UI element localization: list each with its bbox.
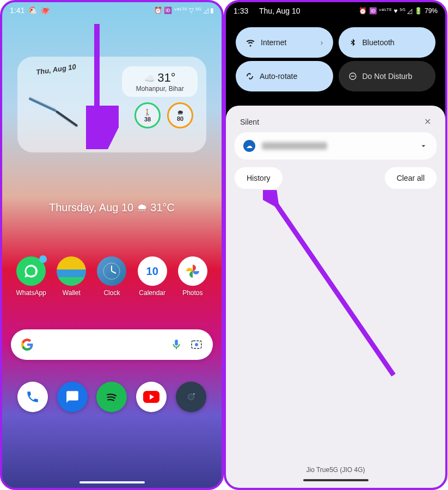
svg-line-14 <box>274 201 394 375</box>
weather-info[interactable]: ☁️ 31° Mohanpur, Bihar <box>122 66 198 97</box>
dock-youtube[interactable] <box>136 382 167 412</box>
app-label: Photos <box>182 289 202 297</box>
mic-icon[interactable] <box>170 339 182 351</box>
notification-shade: 1:33 Thu, Aug 10 ⏰ 🆔 ᵛᵒᴸᵀᴱ ♥ ⁵ᴳ ◿ 🔋79% I… <box>224 0 447 490</box>
dock <box>2 382 222 412</box>
cloud-app-icon: ☁ <box>243 140 255 152</box>
app-calendar[interactable]: 10 Calendar <box>133 256 171 297</box>
rain-icon: 🌧 <box>177 109 183 115</box>
home-screen: 1:41 🐔 🐙 ⏰ 🆔 ᵛᵒᴸᵀᴱ ▽ ⁵ᴳ ◿ ▮ Thu, Aug 10 … <box>0 0 224 490</box>
nav-handle[interactable] <box>303 479 369 481</box>
svg-point-11 <box>193 394 194 395</box>
status-time: 1:41 <box>10 6 24 15</box>
google-logo-icon <box>21 338 34 351</box>
lens-icon[interactable] <box>190 338 203 351</box>
notification-text-blurred <box>262 142 327 150</box>
app-whatsapp[interactable]: WhatsApp <box>12 256 50 297</box>
qs-label: Bluetooth <box>363 38 395 47</box>
clear-all-button[interactable]: Clear all <box>385 167 437 189</box>
cloud-icon: ☁️ <box>144 74 155 83</box>
section-heading: Silent <box>240 118 259 126</box>
annotation-arrow-diagonal <box>263 190 404 386</box>
chevron-right-icon: › <box>321 38 323 47</box>
qs-label: Internet <box>261 38 286 47</box>
calendar-day: 10 <box>146 265 158 278</box>
weather-value: 80 <box>177 115 183 122</box>
google-search-bar[interactable] <box>11 329 213 360</box>
qs-internet[interactable]: Internet › <box>236 27 333 58</box>
widget-date: Thu, Aug 10 <box>35 63 76 76</box>
app-wallet[interactable]: Wallet <box>52 256 90 297</box>
weather-stat[interactable]: 🌧 80 <box>167 102 193 128</box>
battery-pct: 79% <box>425 7 438 15</box>
whatsapp-icon <box>16 256 46 286</box>
notif-icon: 🐙 <box>40 6 50 15</box>
analog-clock <box>23 77 89 143</box>
close-icon[interactable]: ✕ <box>424 117 431 127</box>
history-button[interactable]: History <box>235 167 283 189</box>
svg-line-3 <box>112 271 116 273</box>
temperature: 31° <box>157 71 175 84</box>
home-clock-text: Thursday, Aug 10 🌧 31°C <box>2 201 222 214</box>
svg-point-5 <box>195 343 198 346</box>
qs-label: Do Not Disturb <box>363 72 413 81</box>
status-date: Thu, Aug 10 <box>259 7 300 15</box>
notif-icon: 🐔 <box>28 6 37 15</box>
dock-phone[interactable] <box>17 382 48 412</box>
app-label: Calendar <box>139 289 165 297</box>
qs-label: Auto-rotate <box>260 72 297 81</box>
steps-counter[interactable]: 🚶 38 <box>134 102 161 128</box>
status-bar: 1:41 🐔 🐙 ⏰ 🆔 ᵛᵒᴸᵀᴱ ▽ ⁵ᴳ ◿ ▮ <box>2 2 222 19</box>
app-photos[interactable]: Photos <box>174 256 212 297</box>
weather-clock-widget[interactable]: Thu, Aug 10 ☁️ 31° Mohanpur, Bihar 🚶 38 … <box>17 57 206 152</box>
app-label: Wallet <box>63 289 81 297</box>
calendar-icon: 10 <box>138 256 167 286</box>
wifi-icon <box>246 38 255 47</box>
walk-icon: 🚶 <box>144 109 151 116</box>
svg-point-6 <box>199 342 200 343</box>
dock-camera[interactable] <box>176 382 206 412</box>
chevron-down-icon[interactable] <box>419 142 428 150</box>
app-label: WhatsApp <box>16 289 46 297</box>
app-row: WhatsApp Wallet Clock 10 Calendar Photos <box>2 256 222 297</box>
dock-spotify[interactable] <box>96 382 127 412</box>
notification-card[interactable]: ☁ <box>235 132 437 160</box>
steps-value: 38 <box>144 116 151 122</box>
nav-handle[interactable] <box>79 481 145 483</box>
photos-icon <box>178 256 207 286</box>
location: Mohanpur, Bihar <box>127 85 192 93</box>
status-icons: ⏰ 🆔 ᵛᵒᴸᵀᴱ ▽ ⁵ᴳ ◿ ▮ <box>154 7 214 14</box>
svg-point-10 <box>188 394 194 400</box>
status-bar: 1:33 Thu, Aug 10 ⏰ 🆔 ᵛᵒᴸᵀᴱ ♥ ⁵ᴳ ◿ 🔋79% <box>226 2 445 20</box>
dock-messages[interactable] <box>57 382 88 412</box>
qs-dnd[interactable]: Do Not Disturb <box>339 61 436 91</box>
clock-icon <box>97 256 126 286</box>
qs-bluetooth[interactable]: Bluetooth <box>339 27 436 58</box>
app-clock[interactable]: Clock <box>93 256 131 297</box>
status-time: 1:33 <box>234 7 248 15</box>
wallet-icon <box>57 256 86 286</box>
app-label: Clock <box>103 289 120 297</box>
status-icons: ⏰ 🆔 ᵛᵒᴸᵀᴱ ♥ ⁵ᴳ ◿ <box>359 7 412 15</box>
carrier-label: Jio True5G (JIO 4G) <box>235 466 437 477</box>
bluetooth-icon <box>348 38 357 47</box>
dnd-icon <box>348 72 357 81</box>
battery-icon: 🔋 <box>414 7 422 15</box>
notification-panel: Silent ✕ ☁ History Clear all Jio True5G … <box>226 106 445 488</box>
qs-autorotate[interactable]: Auto-rotate <box>236 61 333 91</box>
rotate-icon <box>246 72 254 81</box>
